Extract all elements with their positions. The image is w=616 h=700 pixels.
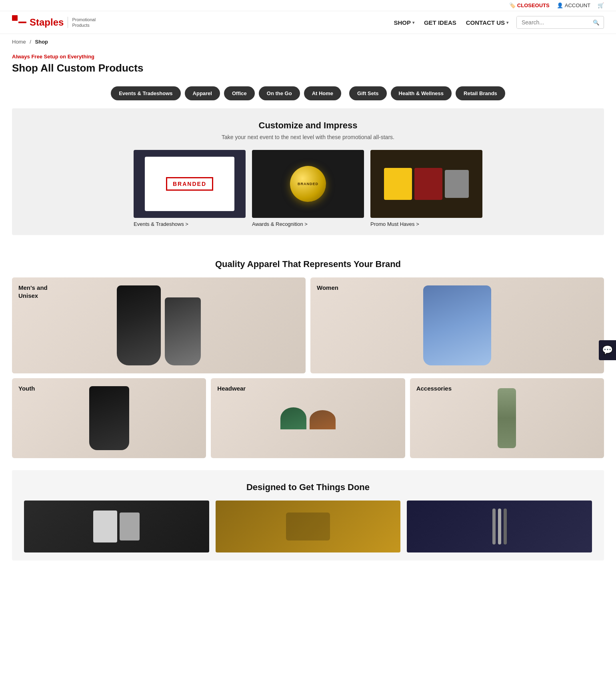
designed-cards [24, 501, 592, 552]
customize-card-events[interactable]: BRANDED Events & Tradeshows > [134, 150, 246, 227]
category-buttons: Events & Tradeshows Apparel Office On th… [0, 82, 616, 108]
chat-widget[interactable]: 💬 [599, 340, 616, 360]
designed-section-title: Designed to Get Things Done [24, 482, 592, 493]
accessories-card-label: Accessories [416, 385, 452, 393]
youth-card-label: Youth [18, 385, 35, 393]
pen1 [492, 509, 496, 544]
always-free-label: Always Free Setup on Everything [12, 54, 604, 60]
nav-get-ideas[interactable]: GET IDEAS [424, 19, 456, 26]
person-icon: 👤 [557, 2, 563, 8]
apparel-card-women[interactable]: Women [310, 277, 604, 373]
main-nav: Staples Promotional Products SHOP ▾ GET … [0, 11, 616, 34]
cat-btn-on-the-go[interactable]: On the Go [259, 86, 300, 100]
search-input[interactable] [517, 16, 589, 28]
women-card-image [310, 277, 604, 373]
shirt-yellow [384, 168, 412, 200]
apparel-grid-top: Men's andUnisex Women [12, 277, 604, 373]
search-area: 🔍 [516, 16, 604, 29]
designed-section: Designed to Get Things Done [12, 470, 604, 560]
jacket-gray [165, 297, 201, 365]
pen2 [498, 509, 501, 544]
shirt-red [414, 168, 442, 200]
cat-btn-at-home[interactable]: At Home [304, 86, 341, 100]
cart-icon: 🛒 [598, 2, 604, 8]
contact-chevron-icon: ▾ [506, 20, 508, 25]
svg-rect-1 [18, 22, 26, 23]
nav-shop[interactable]: SHOP ▾ [394, 19, 414, 26]
cat-btn-office[interactable]: Office [224, 86, 255, 100]
closeouts-label: CLOSEOUTS [517, 2, 550, 8]
cat-btn-apparel[interactable]: Apparel [185, 86, 220, 100]
nav-contact-us[interactable]: CONTACT US ▾ [466, 19, 508, 26]
apparel-card-accessories[interactable]: Accessories [410, 378, 604, 458]
scarf [498, 388, 516, 448]
apparel-card-headwear[interactable]: Headwear [211, 378, 405, 458]
wood-box [286, 513, 330, 540]
nav-links: SHOP ▾ GET IDEAS CONTACT US ▾ [394, 19, 508, 26]
apparel-section-title: Quality Apparel That Represents Your Bra… [12, 259, 604, 269]
cat-btn-health-wellness[interactable]: Health & Wellness [391, 86, 452, 100]
hat-brown [310, 410, 336, 429]
promo-card-image [370, 150, 482, 218]
hat-green [280, 407, 306, 429]
events-card-label[interactable]: Events & Tradeshows > [134, 221, 246, 227]
award-branded-text: BRANDED [298, 182, 318, 186]
account-link[interactable]: 👤 ACCOUNT [557, 2, 590, 8]
designed-card-office[interactable] [24, 501, 209, 552]
breadcrumb-separator: / [30, 39, 32, 45]
pen3 [504, 509, 507, 544]
awards-card-image: BRANDED [252, 150, 364, 218]
tablecloth-bg: BRANDED [134, 150, 246, 218]
search-button[interactable]: 🔍 [589, 17, 604, 28]
account-label: ACCOUNT [565, 2, 590, 8]
tablecloth-inner: BRANDED [145, 157, 234, 211]
svg-rect-0 [12, 15, 18, 21]
closeouts-link[interactable]: 🏷️ CLOSEOUTS [509, 2, 550, 8]
hoodie [423, 285, 491, 365]
youth-jacket [89, 386, 129, 450]
breadcrumb-home[interactable]: Home [12, 39, 26, 45]
chat-icon: 💬 [602, 345, 613, 355]
women-card-label: Women [317, 284, 338, 292]
shirt-gray [445, 170, 469, 198]
cat-btn-events[interactable]: Events & Tradeshows [111, 86, 180, 100]
promo-card-label[interactable]: Promo Must Haves > [370, 221, 482, 227]
customize-card-promo[interactable]: Promo Must Haves > [370, 150, 482, 227]
designed-card-pens[interactable] [407, 501, 592, 552]
events-card-image: BRANDED [134, 150, 246, 218]
cat-btn-retail-brands[interactable]: Retail Brands [456, 86, 505, 100]
mens-card-label: Men's andUnisex [18, 284, 48, 299]
cat-btn-gift-sets[interactable]: Gift Sets [349, 86, 386, 100]
paper-shape [120, 513, 140, 540]
awards-card-label[interactable]: Awards & Recognition > [252, 221, 364, 227]
customize-title: Customize and Impress [24, 120, 592, 131]
designed-card-wood[interactable] [216, 501, 401, 552]
page-header: Always Free Setup on Everything Shop All… [0, 50, 616, 82]
apparel-card-youth[interactable]: Youth [12, 378, 206, 458]
award-bg: BRANDED [252, 150, 364, 218]
apparel-grid-bottom: Youth Headwear Accessories [12, 378, 604, 458]
headwear-card-label: Headwear [217, 385, 246, 393]
jacket-dark [117, 285, 161, 365]
mens-card-image [12, 277, 306, 373]
pens-card-visual [407, 501, 592, 552]
top-bar: 🏷️ CLOSEOUTS 👤 ACCOUNT 🛒 [0, 0, 616, 11]
apparel-card-mens[interactable]: Men's andUnisex [12, 277, 306, 373]
branded-label: BRANDED [166, 177, 213, 191]
apparel-section: Quality Apparel That Represents Your Bra… [0, 247, 616, 470]
logo-area[interactable]: Staples Promotional Products [12, 15, 96, 30]
cart-link[interactable]: 🛒 [598, 2, 604, 8]
staples-logo[interactable]: Staples [12, 15, 64, 30]
customize-card-awards[interactable]: BRANDED Awards & Recognition > [252, 150, 364, 227]
award-circle: BRANDED [290, 166, 326, 202]
breadcrumb: Home / Shop [0, 34, 616, 50]
page-title: Shop All Custom Products [12, 62, 604, 74]
shop-chevron-icon: ▾ [412, 20, 414, 25]
customize-section: Customize and Impress Take your next eve… [12, 108, 604, 235]
tag-icon: 🏷️ [509, 2, 516, 8]
shirts-bg [370, 150, 482, 218]
staples-logo-icon [12, 15, 26, 30]
wood-card-visual [216, 501, 401, 552]
customize-cards: BRANDED Events & Tradeshows > BRANDED Aw… [24, 150, 592, 227]
customize-subtitle: Take your next event to the next level w… [24, 134, 592, 140]
